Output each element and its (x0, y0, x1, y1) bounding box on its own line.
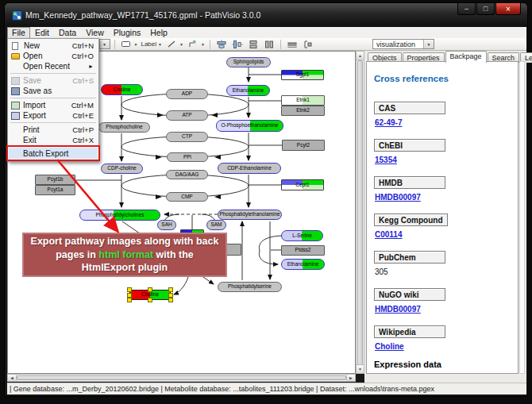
menu-item-label: Import (23, 101, 45, 110)
scroll-left-icon[interactable]: ◀ (8, 375, 17, 381)
node-adp[interactable]: ADP (166, 89, 208, 99)
xref-section: ChEBI15354 (374, 137, 518, 164)
menubar-edit[interactable]: Edit (30, 28, 54, 38)
close-button[interactable]: × (495, 3, 521, 15)
open-folder-icon (11, 53, 20, 60)
xref-link[interactable]: 62-49-7 (375, 118, 518, 127)
stack-vertical-button[interactable] (246, 38, 260, 51)
tab-backpage[interactable]: Backpage (445, 51, 487, 63)
chevron-down-icon[interactable]: ▼ (423, 40, 434, 48)
add-label-button[interactable]: Label (140, 38, 157, 51)
xref-link[interactable]: HMDB00097 (375, 193, 518, 202)
node-label: O-Phosphoethanolamine (222, 123, 279, 129)
node-dag-aag[interactable]: DAG/AAG (166, 170, 208, 179)
horizontal-scroll-thumb[interactable] (17, 375, 346, 380)
node-sam[interactable]: SAM (206, 220, 226, 230)
node-ctp[interactable]: CTP (166, 132, 208, 142)
node-pcyt1a[interactable]: Pcyt1a (35, 185, 75, 195)
node-label: Phosphatidylserine (228, 284, 272, 290)
selection-handle[interactable] (168, 298, 173, 302)
expression-data-heading: Expression data (374, 360, 518, 369)
node-cept1[interactable]: Cept1 (281, 179, 324, 190)
common-size-button[interactable] (301, 38, 315, 51)
menu-item-import[interactable]: ImportCtrl+M (9, 100, 98, 110)
side-panel-scrollbar[interactable] (519, 61, 525, 374)
node-ethanolamine-top[interactable]: Ethanolamine (226, 85, 270, 96)
chevron-down-icon[interactable]: ▼ (99, 40, 110, 48)
align-center-x-button[interactable] (214, 38, 229, 51)
xref-link[interactable]: C00114 (375, 230, 518, 239)
menu-item-export[interactable]: ExportCtrl+E (9, 110, 98, 121)
node-sgpl1[interactable]: Sgpl1 (281, 70, 324, 80)
node-choline-top[interactable]: Choline (101, 84, 143, 95)
align-center-y-button[interactable] (230, 38, 245, 51)
file-menu: NewCtrl+NOpenCtrl+OOpen Recent►SaveCtrl+… (7, 38, 99, 162)
node-etnk2[interactable]: Etnk2 (281, 106, 325, 116)
draw-line-button[interactable] (164, 38, 179, 51)
selection-handle[interactable] (168, 287, 173, 292)
scroll-up-icon[interactable]: ▲ (357, 52, 364, 60)
menubar-help[interactable]: Help (145, 28, 172, 38)
menu-item-print[interactable]: PrintCtrl+P (9, 125, 98, 135)
node-cmp[interactable]: CMP (166, 192, 208, 202)
menu-item-exit[interactable]: ExitCtrl+X (9, 135, 98, 145)
chevron-down-icon[interactable]: ▼ (158, 42, 162, 47)
chevron-down-icon[interactable]: ▼ (179, 42, 183, 47)
scroll-down-icon[interactable]: ▼ (357, 364, 364, 373)
menu-item-save-as[interactable]: Save as (9, 86, 98, 96)
menu-item-open[interactable]: OpenCtrl+O (9, 51, 98, 61)
node-phosphatidylcholines[interactable]: Phosphatidylcholines (79, 210, 160, 221)
selection-handle[interactable] (127, 293, 132, 298)
node-etnk1[interactable]: Etnk1 (281, 95, 325, 106)
xref-link[interactable]: Choline (375, 342, 518, 351)
node-ethanolamine-bottom[interactable]: Ethanolamine (281, 259, 325, 270)
scroll-right-icon[interactable]: ▶ (346, 375, 355, 381)
stack-horizontal-button[interactable] (262, 38, 276, 51)
selection-handle[interactable] (148, 298, 152, 302)
node-phosphocholine[interactable]: Phosphocholine (98, 122, 150, 133)
node-sah[interactable]: SAH (157, 220, 176, 230)
canvas-vertical-scrollbar[interactable]: ▲ ▼ (356, 51, 364, 374)
selection-handle[interactable] (127, 287, 132, 292)
menu-item-batch-export[interactable]: Batch Export (9, 148, 98, 159)
node-phosphatidylethanolamine[interactable]: Phosphatidylethanolamine (218, 210, 282, 220)
menu-item-open-recent[interactable]: Open Recent► (9, 61, 98, 71)
node-ppi[interactable]: PPi (167, 152, 208, 162)
menubar-plugins[interactable]: Plugins (109, 28, 145, 38)
menubar-file[interactable]: File (7, 27, 30, 39)
menu-icon-blank (11, 149, 20, 157)
selection-handle[interactable] (168, 293, 173, 298)
menubar-data[interactable]: Data (54, 28, 81, 38)
selection-handle[interactable] (148, 287, 152, 292)
node-cdp-ethanolamine[interactable]: CDP-Ethanolamine (218, 163, 281, 174)
selection-handle[interactable] (127, 298, 132, 302)
node-label: Pcyt2 (297, 143, 310, 148)
connector-icon (188, 40, 198, 48)
menubar-view[interactable]: View (81, 28, 109, 38)
chevron-down-icon[interactable]: ▼ (134, 42, 138, 47)
maximize-button[interactable]: □ (476, 3, 495, 15)
draw-connector-button[interactable] (186, 38, 200, 51)
menu-item-save[interactable]: SaveCtrl+S (9, 75, 98, 86)
xref-link[interactable]: 15354 (375, 156, 518, 164)
xref-link[interactable]: HMDB00097 (375, 305, 518, 314)
node-o-phosphoethanolamine[interactable]: O-Phosphoethanolamine (216, 120, 283, 132)
menu-shortcut: Ctrl+E (72, 111, 94, 120)
node-pcyt2[interactable]: Pcyt2 (282, 140, 325, 151)
node-cdp-choline[interactable]: CDP-choline (101, 164, 143, 174)
node-pcyt1b[interactable]: Pcyt1b (35, 175, 75, 185)
node-atp[interactable]: ATP (166, 110, 208, 121)
align-edges-button[interactable] (285, 38, 299, 51)
chevron-down-icon[interactable]: ▼ (201, 42, 205, 47)
canvas-horizontal-scrollbar[interactable]: ◀ ▶ (7, 374, 356, 382)
node-sphingolipids[interactable]: Sphingolipids (226, 57, 271, 67)
menu-item-new[interactable]: NewCtrl+N (9, 40, 98, 51)
add-datanode-button[interactable] (119, 38, 133, 51)
minimize-button[interactable]: – (457, 3, 476, 15)
node-ptdss2[interactable]: Ptdss2 (281, 245, 325, 256)
visualization-combobox[interactable]: visualization ▼ (372, 39, 434, 49)
node-l-serine[interactable]: L-Serine (281, 230, 323, 241)
node-phosphatidylserine[interactable]: Phosphatidylserine (218, 282, 282, 292)
title-bar[interactable]: Mm_Kennedy_pathway_WP1771_45176.gpml - P… (5, 3, 527, 27)
vertical-scroll-thumb[interactable] (357, 60, 363, 365)
